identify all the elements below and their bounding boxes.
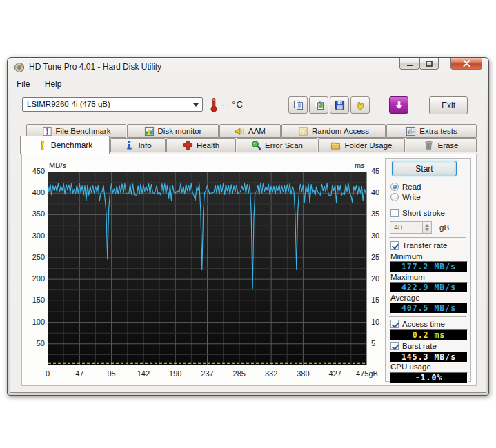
transfer-rate-checkbox[interactable]: Transfer rate [390,241,447,250]
tab-error-scan[interactable]: Error Scan [237,138,317,152]
tab-label: Disk monitor [158,127,202,135]
access-time-label: Access time [402,320,445,328]
y-right-tick-label: 45 [371,167,379,175]
menu-help[interactable]: Help [39,77,68,91]
temperature-value: -- °C [221,99,244,110]
transfer-rate-label: Transfer rate [402,241,447,250]
close-button[interactable] [450,58,482,70]
random-access-icon [298,126,308,136]
checkbox-checked-icon [390,320,399,328]
access-time-checkbox[interactable]: Access time [390,320,445,328]
x-tick-label: 0 [46,369,50,378]
tab-label: Random Access [312,127,369,135]
y-left-axis-unit: MB/s [49,161,66,170]
separator [389,179,466,181]
radio-button-icon [390,183,399,191]
tab-random-access[interactable]: Random Access [281,124,386,138]
copy-text-icon [293,100,304,110]
tab-benchmark[interactable]: Benchmark [20,136,110,154]
chart-plot [48,172,367,365]
info-icon [124,140,135,150]
save-icon [335,100,345,110]
y-left-tick-label: 400 [23,188,45,196]
y-right-tick-label: 25 [371,253,379,261]
y-right-tick-label: 15 [371,296,379,304]
window-title: HD Tune Pro 4.01 - Hard Disk Utility [29,62,161,72]
x-tick-label: 475gB [356,369,378,378]
cpu-usage-value: -1.0% [390,372,468,383]
write-radio[interactable]: Write [390,193,421,201]
burst-rate-checkbox[interactable]: Burst rate [390,342,437,350]
access-time-value: 0.2 ms [390,329,468,340]
extra-tests-icon [406,126,416,136]
x-tick-label: 332 [265,369,277,378]
y-left-tick-label: 300 [23,232,45,240]
disk-monitor-icon [144,126,155,136]
screenshot-stage: HD Tune Pro 4.01 - Hard Disk Utility Fil… [0,0,496,448]
title-bar[interactable]: HD Tune Pro 4.01 - Hard Disk Utility [8,58,488,77]
tab-label: Benchmark [51,141,93,150]
tab-label: AAM [248,127,266,135]
short-stroke-value: 40 [394,223,402,232]
tab-folder-usage[interactable]: Folder Usage [318,138,405,152]
checkbox-checked-icon [390,241,399,250]
tab-health[interactable]: Health [166,138,236,152]
separator [389,316,466,319]
minimize-button[interactable] [399,58,419,70]
exit-label: Exit [442,101,455,110]
tab-erase[interactable]: Erase [406,138,477,152]
tab-extra-tests[interactable]: Extra tests [386,124,477,138]
trash-icon [424,140,434,150]
short-stroke-stepper[interactable] [422,221,432,234]
maximum-label: Maximum [390,273,425,281]
spinner-down-icon [425,228,429,231]
tab-disk-monitor[interactable]: Disk monitor [127,124,219,138]
start-button[interactable]: Start [392,161,457,176]
minimize-to-tray-button[interactable] [389,96,408,114]
tab-info[interactable]: Info [110,138,166,152]
chevron-down-icon [193,103,199,107]
average-value: 407.5 MB/s [390,303,468,314]
minimum-value: 177.2 MB/s [390,261,468,272]
health-cross-icon [183,140,193,150]
tab-label: Extra tests [419,127,457,135]
y-left-tick-label: 150 [23,296,45,304]
benchmark-control-panel: Start Read Write Short stroke 40 [385,158,471,382]
cpu-usage-label: CPU usage [390,363,431,371]
tab-label: File Benchmark [56,127,111,135]
thermometer-icon [209,97,219,112]
minimum-label: Minimum [390,252,423,261]
y-right-tick-label: 5 [371,339,375,347]
menu-bar: File Help [10,77,68,92]
start-label: Start [415,164,433,174]
save-screenshot-button[interactable] [330,96,349,114]
checkbox-icon [390,209,399,217]
checkbox-checked-icon [390,342,399,350]
share-button[interactable] [350,96,370,114]
burst-rate-value: 145.3 MB/s [390,352,468,363]
x-tick-label: 95 [107,369,115,378]
x-tick-label: 190 [169,369,181,378]
x-tick-label: 427 [329,369,341,378]
menu-file[interactable]: File [10,77,36,91]
y-left-tick-label: 50 [23,339,45,347]
maximize-button[interactable] [419,58,439,70]
short-stroke-checkbox[interactable]: Short stroke [390,209,445,217]
maximum-value: 422.9 MB/s [390,282,468,293]
burst-rate-label: Burst rate [402,342,437,350]
tab-label: Error Scan [265,141,303,150]
hand-icon [355,100,366,110]
y-right-axis-unit: ms [355,161,365,170]
short-stroke-size-input[interactable]: 40 [390,221,423,234]
copy-text-button[interactable] [288,96,308,114]
exit-button[interactable]: Exit [429,96,468,114]
y-left-tick-label: 250 [23,253,45,261]
read-label: Read [402,183,421,191]
short-stroke-label: Short stroke [402,209,445,217]
y-right-tick-label: 35 [371,210,379,218]
chart-area: MB/s ms 45040035030025020015010050454035… [21,154,391,386]
drive-select-dropdown[interactable]: LSIMR9260-4i (475 gB) [22,97,203,112]
read-radio[interactable]: Read [390,183,421,191]
tab-aam[interactable]: AAM [219,124,281,138]
copy-screenshot-button[interactable] [309,96,328,114]
